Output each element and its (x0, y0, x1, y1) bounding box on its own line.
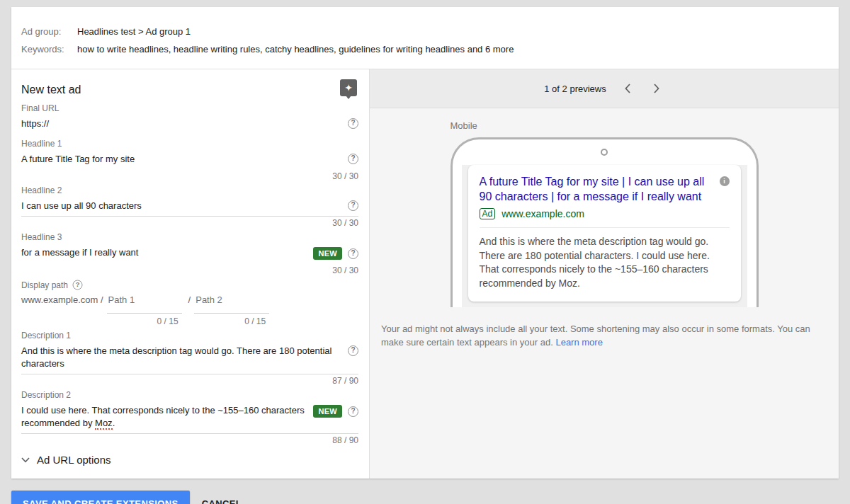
learn-more-link[interactable]: Learn more (555, 337, 602, 348)
description2-text: I could use here. That corresponds nicel… (21, 405, 305, 428)
headline3-label: Headline 3 (21, 232, 358, 242)
help-icon[interactable] (348, 406, 358, 417)
keywords-value: how to write headlines, headline writing… (77, 42, 514, 57)
ad-badge: Ad (480, 208, 496, 219)
description1-input[interactable]: And this is where the meta description t… (21, 345, 348, 370)
description2-input[interactable]: I could use here. That corresponds nicel… (21, 404, 313, 430)
keywords-label: Keywords: (21, 42, 67, 57)
context-header: Ad group: Headlines test > Ad group 1 Ke… (11, 7, 839, 69)
path1-input-group: Path 1 0 / 15 (107, 294, 182, 326)
ad-group-value: Headlines test > Ad group 1 (77, 25, 191, 39)
ad-preview-card: A future Title Tag for my site | I can u… (468, 165, 741, 302)
headline3-input[interactable]: for a message if I really want (21, 246, 313, 259)
ad-group-label: Ad group: (21, 25, 67, 39)
phone-camera-icon (601, 149, 608, 156)
ad-preview-panel: 1 of 2 previews Mobile (369, 69, 839, 479)
path2-char-counter: 0 / 15 (194, 316, 269, 326)
path1-input[interactable]: Path 1 (107, 294, 182, 314)
ad-preview-description: And this is where the meta description t… (480, 235, 730, 290)
preview-pager-bar: 1 of 2 previews (370, 69, 839, 108)
description1-char-counter: 87 / 90 (21, 377, 358, 386)
chevron-down-icon (21, 457, 30, 463)
preview-pager-text: 1 of 2 previews (544, 84, 606, 94)
ad-url-options-label: Ad URL options (37, 454, 111, 466)
headline1-input[interactable]: A future Title Tag for my site (21, 153, 348, 166)
new-text-ad-form: New text ad ✦ Final URL https:// Headlin… (11, 69, 369, 479)
help-icon[interactable] (73, 280, 83, 290)
headline2-input[interactable]: I can use up all 90 characters (21, 200, 348, 212)
cancel-button[interactable]: CANCEL (202, 498, 242, 504)
keywords-row: Keywords: how to write headlines, headli… (21, 42, 829, 57)
misspelled-word: Moz (95, 418, 113, 430)
mobile-phone-mockup: A future Title Tag for my site | I can u… (450, 137, 759, 307)
help-icon[interactable] (348, 200, 358, 211)
footer-actions: SAVE AND CREATE EXTENSIONS CANCEL (11, 491, 839, 504)
description1-label: Description 1 (21, 331, 358, 340)
ad-suggestions-icon[interactable]: ✦ (340, 79, 357, 96)
ad-url-options-expander[interactable]: Ad URL options (21, 454, 358, 466)
headline3-char-counter: 30 / 30 (21, 266, 358, 275)
display-path-field: Display path www.example.com / Path 1 0 … (21, 280, 358, 326)
form-title: New text ad (21, 79, 81, 96)
new-badge: NEW (313, 247, 342, 260)
headline1-char-counter: 30 / 30 (21, 172, 358, 181)
description1-field: Description 1 And this is where the meta… (21, 331, 358, 386)
headline1-label: Headline 1 (21, 139, 358, 149)
editor-card: Ad group: Headlines test > Ad group 1 Ke… (11, 7, 839, 479)
path1-char-counter: 0 / 15 (107, 316, 182, 326)
ad-group-row: Ad group: Headlines test > Ad group 1 (21, 25, 829, 39)
path-separator: / (188, 294, 191, 307)
description2-text-end: . (113, 418, 115, 428)
ad-card-divider (480, 227, 730, 228)
previous-preview-button[interactable] (620, 81, 635, 96)
ad-preview-title: A future Title Tag for my site | I can u… (480, 174, 720, 204)
help-icon[interactable] (348, 118, 358, 129)
phone-screen: A future Title Tag for my site | I can u… (462, 165, 747, 307)
description2-char-counter: 88 / 90 (21, 436, 358, 445)
device-label: Mobile (450, 120, 759, 131)
description2-label: Description 2 (21, 390, 358, 400)
new-badge: NEW (313, 405, 342, 418)
preview-disclaimer: Your ad might not always include all you… (381, 322, 827, 349)
final-url-label: Final URL (21, 103, 358, 113)
chevron-left-icon (624, 84, 631, 93)
display-path-base-url: www.example.com / (21, 294, 103, 307)
headline2-char-counter: 30 / 30 (21, 219, 358, 228)
chevron-right-icon (653, 84, 660, 93)
final-url-field: Final URL https:// (21, 103, 358, 134)
headline2-field: Headline 2 I can use up all 90 character… (21, 185, 358, 228)
headline2-label: Headline 2 (21, 185, 358, 195)
help-icon[interactable] (348, 154, 358, 164)
help-icon[interactable] (348, 248, 358, 259)
headline3-field: Headline 3 for a message if I really wan… (21, 232, 358, 275)
sparkle-icon: ✦ (344, 82, 353, 93)
path2-input[interactable]: Path 2 (194, 294, 269, 314)
info-icon (720, 176, 730, 186)
help-icon[interactable] (348, 345, 358, 356)
headline1-field: Headline 1 A future Title Tag for my sit… (21, 139, 358, 181)
description2-field: Description 2 I could use here. That cor… (21, 390, 358, 445)
display-path-label: Display path (21, 280, 68, 290)
path2-input-group: Path 2 0 / 15 (194, 294, 269, 326)
save-and-create-extensions-button[interactable]: SAVE AND CREATE EXTENSIONS (11, 491, 190, 504)
next-preview-button[interactable] (649, 81, 664, 96)
final-url-input[interactable]: https:// (21, 118, 348, 130)
ad-display-url: www.example.com (502, 208, 584, 219)
